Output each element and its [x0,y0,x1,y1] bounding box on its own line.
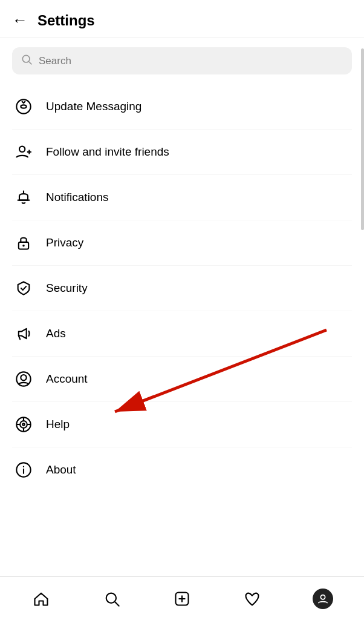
page-title: Settings [37,12,95,29]
nav-home[interactable] [23,581,59,617]
svg-point-14 [22,423,25,426]
menu-item-privacy[interactable]: Privacy [12,220,352,266]
messaging-icon [12,95,35,118]
menu-item-account[interactable]: Account [12,357,352,402]
avatar[interactable] [313,589,333,609]
menu-label-notifications: Notifications [46,191,109,204]
menu-label-help: Help [46,418,70,431]
bottom-nav [0,576,364,620]
svg-point-8 [22,245,25,247]
menu-item-about[interactable]: About [12,447,352,492]
megaphone-icon [12,322,35,345]
lock-icon [12,231,35,254]
nav-search[interactable] [94,581,130,617]
svg-point-21 [23,466,24,467]
search-input[interactable] [39,55,343,67]
menu-label-security: Security [46,282,88,295]
menu-item-update-messaging[interactable]: Update Messaging [12,84,352,130]
menu-item-ads[interactable]: Ads [12,311,352,357]
menu-item-security[interactable]: Security [12,266,352,311]
svg-point-0 [22,55,30,62]
nav-heart[interactable] [234,581,270,617]
svg-point-13 [20,421,27,428]
follow-icon [12,140,35,163]
search-nav-icon [103,590,120,607]
search-icon [21,53,33,68]
nav-add[interactable] [164,581,200,617]
svg-line-1 [29,62,32,65]
back-button[interactable]: ← [12,11,28,30]
menu-label-ads: Ads [46,327,66,340]
menu-label-update-messaging: Update Messaging [46,100,141,113]
add-icon [174,590,190,607]
menu-label-follow-invite: Follow and invite friends [46,145,169,159]
heart-icon [244,590,261,607]
bell-icon [12,186,35,209]
settings-header: ← Settings [0,0,364,38]
svg-point-2 [16,99,30,113]
home-icon [33,590,50,607]
info-icon [12,458,35,481]
svg-point-29 [320,595,325,599]
menu-label-privacy: Privacy [46,236,83,249]
settings-menu: Update Messaging Follow and invite frien… [0,84,364,492]
menu-label-about: About [46,463,76,477]
nav-profile[interactable] [305,581,341,617]
svg-line-25 [115,602,119,605]
svg-point-3 [19,147,25,152]
menu-item-follow-invite[interactable]: Follow and invite friends [12,130,352,175]
menu-item-notifications[interactable]: Notifications [12,175,352,220]
account-icon [12,368,35,391]
shield-icon [12,277,35,300]
scrollbar[interactable] [361,48,364,230]
help-icon [12,413,35,436]
svg-point-11 [21,375,26,380]
search-bar[interactable] [12,47,352,74]
menu-label-account: Account [46,372,88,386]
menu-item-help[interactable]: Help [12,402,352,447]
